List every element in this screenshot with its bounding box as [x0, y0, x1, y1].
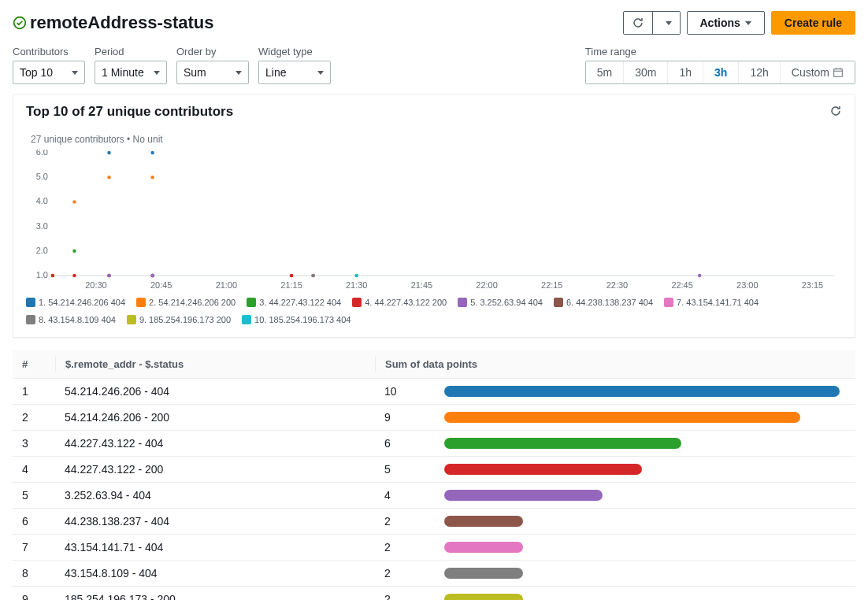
timerange-option-custom[interactable]: Custom — [780, 61, 855, 83]
svg-text:4.0: 4.0 — [36, 196, 48, 206]
cell-label: 44.227.43.122 - 404 — [55, 435, 375, 451]
create-rule-label: Create rule — [785, 17, 842, 29]
status-ok-icon — [13, 16, 27, 30]
table-header-row: # $.remote_addr - $.status Sum of data p… — [13, 350, 855, 379]
legend-swatch — [458, 298, 467, 307]
svg-text:22:30: 22:30 — [606, 280, 628, 290]
actions-button[interactable]: Actions — [687, 11, 765, 35]
legend-label: 8. 43.154.8.109 404 — [39, 315, 116, 324]
svg-point-30 — [72, 250, 76, 253]
svg-text:23:15: 23:15 — [802, 280, 823, 290]
refresh-options-button[interactable] — [652, 12, 680, 34]
svg-point-44 — [311, 274, 314, 277]
timerange-option-5m[interactable]: 5m — [586, 61, 623, 83]
cell-label: 43.154.141.71 - 404 — [55, 539, 375, 555]
svg-point-25 — [150, 151, 154, 154]
refresh-button[interactable] — [624, 12, 652, 34]
legend-item[interactable]: 4. 44.227.43.122 200 — [352, 298, 447, 307]
cell-value: 2 — [375, 591, 435, 600]
contributors-table: # $.remote_addr - $.status Sum of data p… — [13, 350, 855, 600]
cell-rank: 8 — [13, 565, 55, 581]
legend-item[interactable]: 8. 43.154.8.109 404 — [26, 315, 116, 324]
legend-item[interactable]: 3. 44.227.43.122 404 — [247, 298, 341, 307]
cell-value: 6 — [375, 435, 435, 451]
cell-label: 3.252.63.94 - 404 — [55, 487, 375, 503]
timerange-option-1h[interactable]: 1h — [667, 61, 703, 83]
legend-item[interactable]: 2. 54.214.246.206 200 — [136, 298, 236, 307]
cell-value: 2 — [375, 513, 435, 529]
svg-point-38 — [290, 274, 293, 277]
legend-label: 5. 3.252.63.94 404 — [470, 298, 543, 307]
legend-swatch — [242, 315, 251, 324]
timerange-segmented: 5m30m1h3h12hCustom — [585, 61, 855, 84]
cell-value: 10 — [375, 383, 435, 399]
table-row: 743.154.141.71 - 4042 — [13, 535, 855, 561]
period-select[interactable]: 1 Minute — [95, 61, 167, 84]
refresh-split-button[interactable] — [623, 11, 681, 35]
svg-point-41 — [698, 274, 701, 277]
widgettype-select[interactable]: Line — [258, 61, 331, 84]
legend-label: 3. 44.227.43.122 404 — [259, 298, 341, 307]
create-rule-button[interactable]: Create rule — [771, 11, 855, 35]
legend-swatch — [554, 298, 563, 307]
chart-subtitle: 27 unique contributors • No unit — [31, 134, 842, 145]
svg-text:5.0: 5.0 — [36, 172, 48, 181]
chart-title: Top 10 of 27 unique contributors — [26, 104, 233, 120]
svg-text:2.0: 2.0 — [36, 246, 48, 255]
cell-rank: 7 — [13, 539, 55, 555]
svg-text:21:00: 21:00 — [216, 280, 237, 290]
svg-text:22:15: 22:15 — [541, 280, 562, 290]
svg-text:1.0: 1.0 — [36, 270, 48, 280]
legend-item[interactable]: 5. 3.252.63.94 404 — [458, 298, 543, 307]
col-rank: # — [13, 357, 55, 372]
cell-bar — [435, 462, 855, 476]
cell-bar — [435, 566, 855, 580]
timerange-option-3h[interactable]: 3h — [703, 61, 738, 83]
svg-text:3.0: 3.0 — [36, 221, 48, 231]
refresh-icon — [829, 105, 842, 117]
table-row: 644.238.138.237 - 4042 — [13, 509, 855, 535]
svg-point-24 — [107, 151, 110, 154]
legend-label: 2. 54.214.246.206 200 — [149, 298, 236, 307]
orderby-select[interactable]: Sum — [176, 61, 249, 84]
svg-text:21:30: 21:30 — [346, 280, 367, 290]
timerange-option-12h[interactable]: 12h — [738, 61, 779, 83]
legend-swatch — [247, 298, 256, 307]
chart-card: Top 10 of 27 unique contributors 27 uniq… — [13, 94, 855, 338]
cell-rank: 9 — [13, 591, 55, 600]
legend-label: 4. 44.227.43.122 200 — [365, 298, 447, 307]
legend-label: 9. 185.254.196.173 200 — [139, 315, 231, 324]
contributors-label: Contributors — [13, 46, 85, 57]
cell-bar — [435, 410, 855, 424]
cell-bar — [435, 592, 855, 600]
cell-label: 185.254.196.173 - 200 — [55, 591, 375, 600]
legend-swatch — [136, 298, 146, 307]
col-value-header: Sum of data points — [375, 357, 855, 372]
cell-value: 2 — [375, 539, 435, 555]
legend-item[interactable]: 6. 44.238.138.237 404 — [554, 298, 653, 307]
svg-text:6.0: 6.0 — [36, 150, 48, 157]
timerange-option-30m[interactable]: 30m — [623, 61, 667, 83]
widgettype-label: Widget type — [258, 46, 331, 57]
legend-item[interactable]: 1. 54.214.246.206 404 — [26, 298, 125, 307]
cell-label: 44.238.138.237 - 404 — [55, 513, 375, 529]
page-title: remoteAddress-status — [30, 13, 214, 33]
legend-swatch — [664, 298, 673, 307]
contributors-select[interactable]: Top 10 — [13, 61, 85, 84]
legend-item[interactable]: 10. 185.254.196.173 404 — [242, 315, 351, 324]
legend-item[interactable]: 9. 185.254.196.173 200 — [127, 315, 231, 324]
table-row: 154.214.246.206 - 40410 — [13, 379, 855, 405]
legend-item[interactable]: 7. 43.154.141.71 404 — [664, 298, 759, 307]
svg-point-27 — [107, 176, 110, 179]
legend-label: 6. 44.238.138.237 404 — [566, 298, 653, 307]
chart-refresh-button[interactable] — [829, 105, 842, 120]
svg-text:21:45: 21:45 — [411, 280, 432, 290]
cell-label: 54.214.246.206 - 200 — [55, 409, 375, 425]
svg-rect-1 — [834, 69, 843, 77]
svg-point-34 — [51, 274, 54, 277]
svg-text:23:00: 23:00 — [736, 280, 758, 290]
legend-label: 10. 185.254.196.173 404 — [254, 315, 351, 324]
legend-label: 1. 54.214.246.206 404 — [39, 298, 125, 307]
cell-bar — [435, 436, 855, 450]
table-row: 444.227.43.122 - 2005 — [13, 457, 855, 483]
